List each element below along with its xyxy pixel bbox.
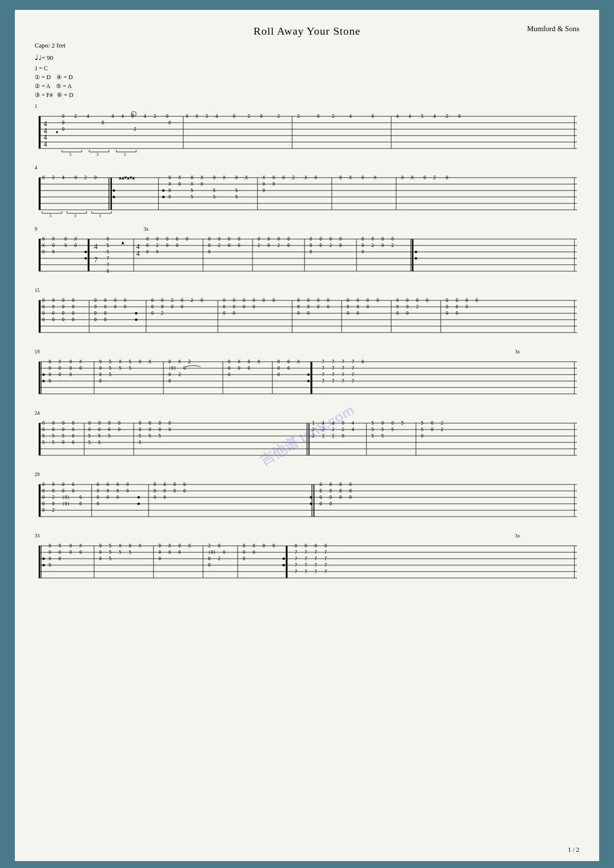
svg-text:(0): (0) bbox=[168, 366, 176, 371]
svg-text:4: 4 bbox=[349, 114, 352, 119]
svg-rect-629 bbox=[286, 546, 287, 578]
svg-text:2: 2 bbox=[52, 175, 54, 180]
svg-text:2: 2 bbox=[178, 372, 181, 377]
svg-text:0: 0 bbox=[277, 237, 280, 241]
svg-text:0: 0 bbox=[287, 359, 290, 364]
svg-text:0: 0 bbox=[381, 243, 384, 248]
svg-text:0: 0 bbox=[272, 543, 275, 548]
svg-text:0: 0 bbox=[99, 543, 102, 548]
svg-text:0: 0 bbox=[307, 298, 309, 303]
svg-text:0: 0 bbox=[42, 501, 45, 506]
svg-text:2: 2 bbox=[312, 434, 314, 438]
svg-text:3: 3 bbox=[99, 214, 101, 217]
capo-info: Capo: 2 fret bbox=[35, 42, 579, 49]
svg-text:0: 0 bbox=[166, 237, 168, 241]
svg-text:0: 0 bbox=[62, 304, 64, 309]
svg-text:0: 0 bbox=[64, 237, 67, 241]
svg-text:6: 6 bbox=[131, 114, 134, 119]
svg-text:0: 0 bbox=[166, 114, 168, 119]
svg-text:2: 2 bbox=[322, 434, 324, 438]
svg-text:0: 0 bbox=[262, 298, 265, 303]
svg-text:5: 5 bbox=[213, 188, 215, 193]
svg-rect-232 bbox=[39, 300, 41, 333]
svg-text:0: 0 bbox=[243, 304, 245, 309]
svg-text:7: 7 bbox=[352, 379, 354, 384]
svg-text:0: 0 bbox=[146, 237, 149, 241]
svg-text:5: 5 bbox=[381, 427, 384, 432]
svg-text:0: 0 bbox=[277, 359, 280, 364]
svg-text:X: X bbox=[79, 543, 82, 548]
svg-text:0: 0 bbox=[295, 543, 297, 548]
measure-num-19: 19 bbox=[35, 349, 40, 354]
svg-text:0: 0 bbox=[228, 237, 230, 241]
svg-text:0: 0 bbox=[329, 482, 332, 487]
measure-num-24: 24 bbox=[35, 410, 40, 416]
svg-point-78 bbox=[113, 190, 115, 192]
svg-text:2: 2 bbox=[329, 243, 332, 248]
svg-text:5: 5 bbox=[109, 550, 111, 555]
svg-text:0: 0 bbox=[72, 440, 74, 445]
svg-text:0: 0 bbox=[287, 243, 290, 248]
svg-text:0: 0 bbox=[146, 249, 149, 254]
svg-point-224 bbox=[415, 257, 417, 260]
svg-text:0: 0 bbox=[233, 114, 235, 119]
svg-text:0: 0 bbox=[329, 488, 332, 493]
svg-text:0: 0 bbox=[309, 249, 312, 254]
svg-text:2: 2 bbox=[446, 114, 448, 119]
svg-text:(0): (0) bbox=[62, 501, 70, 506]
svg-rect-338 bbox=[39, 362, 40, 394]
svg-text:0: 0 bbox=[319, 501, 322, 506]
svg-text:0: 0 bbox=[139, 421, 141, 426]
svg-text:0: 0 bbox=[49, 563, 51, 568]
svg-text:X: X bbox=[262, 175, 265, 180]
svg-text:5: 5 bbox=[62, 434, 64, 438]
svg-text:2: 2 bbox=[208, 543, 210, 548]
svg-text:0: 0 bbox=[58, 556, 61, 561]
tab-staff-3: 0 X 0 X X 0 0 0 0 0 4 7 0 5 5 7 7 8 bbox=[35, 234, 579, 279]
svg-text:0: 0 bbox=[52, 482, 54, 487]
svg-text:2: 2 bbox=[84, 175, 87, 180]
svg-text:0: 0 bbox=[223, 311, 225, 316]
svg-text:0: 0 bbox=[406, 311, 409, 316]
svg-text:0: 0 bbox=[248, 366, 250, 371]
svg-rect-156 bbox=[88, 239, 89, 271]
svg-text:0: 0 bbox=[342, 434, 344, 438]
svg-text:7: 7 bbox=[322, 359, 324, 364]
svg-text:2: 2 bbox=[322, 427, 324, 432]
svg-text:7: 7 bbox=[314, 569, 317, 574]
svg-text:4: 4 bbox=[322, 421, 324, 426]
measure-num-9: 9 bbox=[35, 226, 37, 232]
svg-text:2: 2 bbox=[154, 114, 156, 119]
svg-text:0: 0 bbox=[126, 488, 129, 493]
svg-text:0: 0 bbox=[272, 182, 275, 187]
svg-text:5: 5 bbox=[139, 434, 141, 438]
svg-text:2: 2 bbox=[171, 298, 173, 303]
svg-text:X: X bbox=[149, 359, 152, 364]
svg-text:2: 2 bbox=[188, 359, 191, 364]
svg-point-579 bbox=[43, 564, 45, 567]
svg-text:7: 7 bbox=[342, 372, 344, 377]
svg-text:0: 0 bbox=[72, 311, 74, 316]
svg-text:X: X bbox=[139, 543, 142, 548]
svg-text:7: 7 bbox=[332, 379, 334, 384]
svg-text:0: 0 bbox=[208, 243, 210, 248]
svg-text:2: 2 bbox=[391, 243, 394, 248]
svg-text:0: 0 bbox=[339, 243, 342, 248]
svg-text:X: X bbox=[305, 175, 307, 180]
svg-text:0: 0 bbox=[178, 543, 181, 548]
svg-text:5: 5 bbox=[129, 366, 131, 371]
svg-text:7: 7 bbox=[295, 563, 297, 568]
svg-text:3: 3 bbox=[69, 152, 71, 156]
svg-text:0: 0 bbox=[168, 421, 171, 426]
svg-text:5: 5 bbox=[52, 440, 54, 445]
svg-text:5: 5 bbox=[52, 434, 54, 438]
svg-text:0: 0 bbox=[178, 182, 181, 187]
svg-text:3: 3 bbox=[74, 214, 76, 217]
svg-text:5: 5 bbox=[109, 556, 111, 561]
svg-text:0: 0 bbox=[339, 237, 342, 241]
svg-text:0: 0 bbox=[446, 175, 448, 180]
svg-text:2: 2 bbox=[371, 243, 374, 248]
svg-text:0: 0 bbox=[228, 372, 230, 377]
svg-text:7: 7 bbox=[314, 556, 317, 561]
svg-text:5: 5 bbox=[371, 421, 374, 426]
